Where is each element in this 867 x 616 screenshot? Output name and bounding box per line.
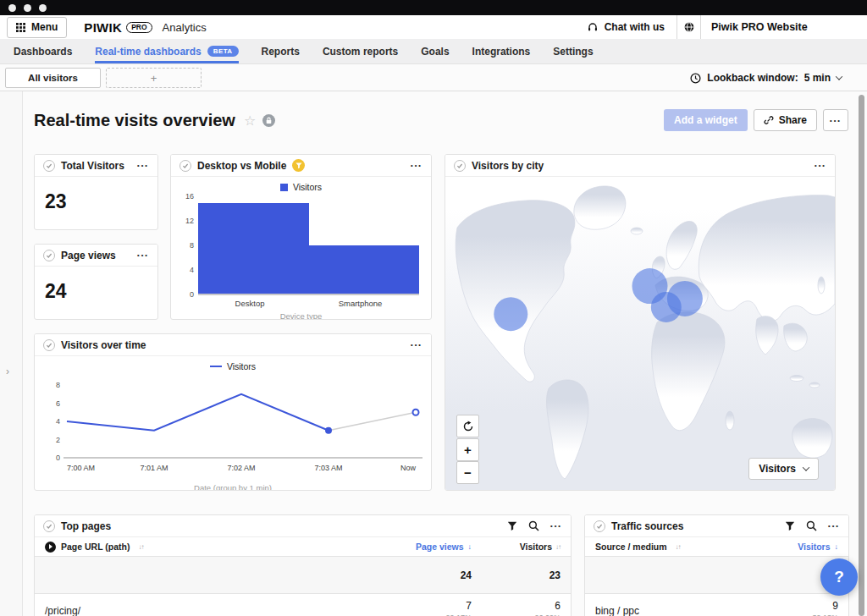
dimension-play-icon[interactable]	[45, 542, 56, 553]
brand-pro-badge: PRO	[126, 22, 152, 33]
column-source-medium[interactable]: Source / medium	[595, 542, 667, 552]
widget-menu-button[interactable]: •••	[828, 522, 840, 530]
nav-tab-reports[interactable]: Reports	[262, 39, 300, 63]
site-selector[interactable]: Piwik PRO Website	[676, 15, 867, 39]
nav-tab-integrations[interactable]: Integrations	[472, 39, 531, 63]
nav-tab-realtime-dashboards[interactable]: Real-time dashboards BETA	[95, 39, 238, 63]
left-panel-strip: ›	[0, 91, 23, 616]
search-icon[interactable]	[528, 520, 539, 531]
menu-button-label: Menu	[31, 21, 58, 33]
widget-menu-button[interactable]: •••	[411, 162, 422, 169]
line-chart-xlabel: Date (group by 1 min)	[35, 483, 431, 491]
lookback-window-selector[interactable]: Lookback window: 5 min	[690, 72, 842, 84]
help-button[interactable]: ?	[820, 558, 858, 596]
svg-text:8: 8	[56, 381, 60, 389]
nav-tab-goals[interactable]: Goals	[421, 39, 449, 63]
window-minimize-button[interactable]	[24, 4, 31, 12]
headset-icon	[587, 21, 599, 33]
menu-button[interactable]: Menu	[7, 17, 67, 38]
widget-menu-button[interactable]: •••	[815, 162, 826, 169]
table-row[interactable]: /pricing/ 729.17% 626.09%	[35, 594, 571, 616]
link-icon	[764, 115, 774, 125]
map-zoom-out-button[interactable]: −	[456, 461, 479, 484]
city-bubble[interactable]	[651, 292, 682, 322]
map-metric-selector[interactable]: Visitors	[748, 458, 819, 480]
vertical-scrollbar[interactable]	[859, 95, 864, 616]
top-pages-header-row: Page URL (path) ↓↑ Page views↓ Visitors↓…	[35, 537, 571, 557]
sort-icon: ↓↑	[555, 543, 561, 551]
data-point[interactable]	[325, 427, 332, 434]
beta-badge: BETA	[207, 46, 239, 57]
svg-text:7:01 AM: 7:01 AM	[140, 464, 168, 472]
world-map[interactable]: + − Visitors	[445, 177, 835, 491]
check-circle-icon	[43, 339, 55, 351]
page-url-cell[interactable]: /pricing/	[45, 605, 383, 616]
svg-text:7:02 AM: 7:02 AM	[227, 464, 255, 472]
map-zoom-in-button[interactable]: +	[456, 438, 479, 461]
add-segment-tab-button[interactable]: +	[106, 68, 202, 88]
widget-page-views: Page views ••• 24	[34, 244, 158, 320]
svg-text:Now: Now	[400, 464, 417, 472]
sort-desc-icon: ↓	[835, 542, 839, 551]
x-tick-label: Desktop	[235, 299, 265, 308]
window-close-button[interactable]	[8, 4, 16, 12]
widget-top-pages: Top pages ••• Page URL (path) ↓↑ Page vi…	[34, 514, 572, 616]
y-tick-label: 16	[185, 192, 194, 201]
filter-icon[interactable]	[507, 521, 517, 531]
widget-visitors-by-city: Visitors by city •••	[445, 154, 836, 491]
widget-menu-button[interactable]: •••	[411, 341, 422, 349]
nav-tab-settings[interactable]: Settings	[553, 39, 593, 63]
lookback-value: 5 min	[804, 72, 831, 84]
column-page-url[interactable]: Page URL (path)	[61, 542, 130, 552]
globe-icon	[677, 15, 701, 39]
summary-visitors: 23	[472, 569, 561, 581]
city-bubble[interactable]	[494, 297, 527, 331]
filter-applied-badge[interactable]	[292, 159, 305, 172]
favorite-star-icon[interactable]: ☆	[244, 113, 256, 129]
svg-text:7:00 AM: 7:00 AM	[67, 464, 95, 472]
column-page-views[interactable]: Page views↓	[383, 542, 472, 552]
widget-menu-button[interactable]: •••	[137, 162, 149, 169]
y-tick-label: 4	[190, 266, 194, 274]
sort-icon[interactable]: ↓↑	[138, 543, 143, 551]
widget-title: Total Visitors	[61, 160, 124, 172]
traffic-sources-header-row: Source / medium ↓↑ Visitors↓	[585, 537, 848, 557]
data-point[interactable]	[413, 410, 419, 415]
bar-desktop[interactable]	[198, 203, 309, 294]
y-tick-label: 0	[190, 290, 194, 299]
check-circle-icon	[179, 160, 191, 172]
widget-traffic-sources: Traffic sources ••• Source / medium ↓↑ V…	[584, 514, 849, 616]
traffic-sources-summary-row: 23	[585, 557, 848, 594]
column-visitors[interactable]: Visitors↓	[764, 542, 838, 552]
share-label: Share	[779, 114, 807, 126]
dashboard-filter-bar: All visitors + Lookback window: 5 min	[0, 65, 867, 91]
segment-tab-all-visitors[interactable]: All visitors	[5, 68, 101, 88]
dashboard-options-button[interactable]: •••	[823, 109, 848, 131]
sort-icon[interactable]: ↓↑	[676, 543, 681, 551]
chat-with-us-button[interactable]: Chat with us	[587, 15, 676, 39]
column-visitors[interactable]: Visitors↓↑	[472, 542, 561, 552]
svg-text:7:03 AM: 7:03 AM	[314, 464, 342, 472]
map-reset-view-button[interactable]	[456, 415, 479, 437]
share-button[interactable]: Share	[754, 109, 817, 131]
expand-sidebar-chevron[interactable]: ›	[6, 366, 9, 377]
nav-tab-custom-reports[interactable]: Custom reports	[323, 39, 398, 63]
widget-title: Visitors over time	[61, 339, 146, 351]
dashboard-title-row: Real-time visits overview ☆ Add a widget…	[34, 108, 848, 132]
svg-text:4: 4	[56, 417, 60, 426]
nav-tab-dashboards[interactable]: Dashboards	[14, 39, 72, 63]
widget-menu-button[interactable]: •••	[550, 522, 562, 530]
search-icon[interactable]	[806, 520, 817, 531]
table-row[interactable]: bing / ppc 939.13%	[585, 594, 848, 616]
bar-smartphone[interactable]	[309, 245, 420, 294]
piwik-pro-logo[interactable]: PIWIK PRO Analytics	[84, 20, 206, 35]
source-medium-cell[interactable]: bing / ppc	[595, 605, 764, 616]
chevron-down-icon	[836, 73, 842, 80]
filter-icon[interactable]	[785, 521, 795, 531]
widget-menu-button[interactable]: •••	[137, 251, 149, 259]
add-widget-button[interactable]: Add a widget	[664, 109, 748, 131]
window-maximize-button[interactable]	[39, 4, 47, 12]
top-pages-summary-row: 24 23	[35, 557, 571, 594]
x-tick-label: Smartphone	[339, 299, 383, 308]
brand-name: PIWIK	[84, 20, 122, 35]
